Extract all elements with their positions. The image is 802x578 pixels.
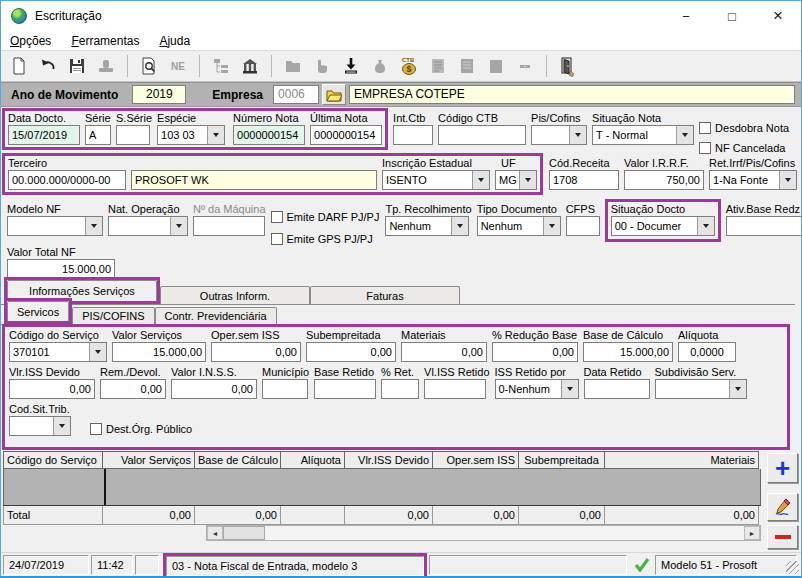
menu-ajuda[interactable]: Ajuda xyxy=(159,34,190,48)
data-docto-field[interactable]: 15/07/2019 xyxy=(8,125,80,145)
vlr-iss-devido-field[interactable]: 0,00 xyxy=(9,379,95,399)
exit-door-icon[interactable] xyxy=(555,53,581,79)
bank-building-icon[interactable] xyxy=(237,53,263,79)
tipo-documento-combobox[interactable]: Nenhum xyxy=(477,216,561,236)
vl-iss-retido-field[interactable] xyxy=(424,379,486,399)
dropdown-arrow-icon[interactable] xyxy=(207,126,224,144)
new-document-icon[interactable] xyxy=(6,53,32,79)
rem-devol-field[interactable]: 0,00 xyxy=(100,379,166,399)
num-maquina-field[interactable] xyxy=(193,216,265,236)
modelo-nf-combobox[interactable] xyxy=(7,216,103,236)
add-row-button[interactable]: + xyxy=(767,453,798,483)
cod-receita-field[interactable]: 1708 xyxy=(549,170,619,190)
dropdown-arrow-icon[interactable] xyxy=(779,171,796,189)
tp-recolhimento-combobox[interactable]: Nenhum xyxy=(385,216,469,236)
maximize-button[interactable]: □ xyxy=(709,1,755,31)
menu-ferramentas[interactable]: Ferramentas xyxy=(71,34,139,48)
oper-sem-iss-field[interactable]: 0,00 xyxy=(211,342,301,362)
scroll-left-icon[interactable]: ◄ xyxy=(207,526,223,540)
company-name-field[interactable]: EMPRESA COTEPE xyxy=(349,85,795,104)
ativ-base-combobox[interactable] xyxy=(726,216,802,236)
valor-servicos-field[interactable]: 15.000,00 xyxy=(112,342,206,362)
terceiro-cnpj-field[interactable]: 00.000.000/0000-00 xyxy=(8,170,126,190)
ctb-coin-icon[interactable]: CTB$ xyxy=(396,53,422,79)
scroll-right-icon[interactable]: ► xyxy=(744,526,760,540)
dropdown-arrow-icon[interactable] xyxy=(569,126,586,144)
dropdown-arrow-icon[interactable] xyxy=(53,417,70,435)
pis-cofins-combobox[interactable] xyxy=(531,125,587,145)
valor-total-field[interactable]: 15.000,00 xyxy=(7,259,115,279)
year-field[interactable]: 2019 xyxy=(132,85,186,104)
especie-combobox[interactable]: 103 03 xyxy=(157,125,225,145)
serie-field[interactable]: A xyxy=(85,125,111,145)
tab-contr-previdenciaria[interactable]: Contr. Previdenciária xyxy=(155,307,277,324)
grid-horizontal-scrollbar[interactable]: ◄ ► xyxy=(206,525,761,541)
pct-ret-field[interactable] xyxy=(381,379,419,399)
base-retido-field[interactable] xyxy=(314,379,376,399)
dropdown-arrow-icon[interactable] xyxy=(89,343,106,361)
tab-pis-cofins[interactable]: PIS/COFINS xyxy=(72,307,154,324)
scrollbar-thumb[interactable] xyxy=(223,526,265,540)
subdivisao-combobox[interactable] xyxy=(655,379,747,399)
tab-servicos[interactable]: Servicos xyxy=(7,301,69,321)
scrollbar-track[interactable] xyxy=(265,526,744,540)
edit-row-button[interactable] xyxy=(767,493,798,521)
import-download-icon[interactable] xyxy=(338,53,364,79)
delete-row-button[interactable] xyxy=(767,525,798,549)
emite-darf-checkbox[interactable] xyxy=(271,211,283,223)
dropdown-arrow-icon[interactable] xyxy=(676,126,693,144)
int-ctb-field[interactable] xyxy=(393,125,433,145)
menu-opcoes[interactable]: Opções xyxy=(10,34,51,48)
codigo-servico-combobox[interactable]: 370101 xyxy=(9,342,107,362)
dropdown-arrow-icon[interactable] xyxy=(451,217,468,235)
dropdown-arrow-icon[interactable] xyxy=(170,217,187,235)
valor-inss-field[interactable]: 0,00 xyxy=(171,379,257,399)
int-ctb-label: Int.Ctb xyxy=(393,112,433,125)
company-code-field[interactable]: 0006 xyxy=(273,85,319,104)
grid-empty-rows[interactable] xyxy=(3,469,761,505)
dropdown-arrow-icon[interactable] xyxy=(85,217,102,235)
s-serie-field[interactable] xyxy=(116,125,150,145)
dropdown-arrow-icon[interactable] xyxy=(519,171,536,189)
dropdown-arrow-icon[interactable] xyxy=(543,217,560,235)
nf-cancelada-checkbox[interactable] xyxy=(699,142,711,154)
aliquota-field[interactable]: 0,0000 xyxy=(678,342,736,362)
minimize-button[interactable]: − xyxy=(663,1,709,31)
desdobra-nota-checkbox[interactable] xyxy=(699,122,711,134)
close-button[interactable]: × xyxy=(755,1,801,31)
print-preview-icon[interactable] xyxy=(136,53,162,79)
open-company-button[interactable] xyxy=(322,84,346,105)
cfps-field[interactable] xyxy=(566,216,600,236)
inscricao-estadual-combobox[interactable]: ISENTO xyxy=(382,170,490,190)
nat-operacao-combobox[interactable] xyxy=(108,216,188,236)
dropdown-arrow-icon[interactable] xyxy=(472,171,489,189)
municipio-field[interactable] xyxy=(262,379,308,399)
numero-nota-field[interactable]: 0000000154 xyxy=(233,125,305,145)
resize-grip[interactable] xyxy=(786,561,799,574)
dropdown-arrow-icon[interactable] xyxy=(561,380,578,398)
dest-org-publico-checkbox[interactable] xyxy=(90,423,102,435)
tab-faturas[interactable]: Faturas xyxy=(310,286,460,304)
tab-outras-inform[interactable]: Outras Inform. xyxy=(160,286,310,304)
uf-combobox[interactable]: MG xyxy=(495,170,537,190)
materiais-field[interactable]: 0,00 xyxy=(401,342,487,362)
valor-irrf-field[interactable]: 750,00 xyxy=(624,170,704,190)
situacao-docto-combobox[interactable]: 00 - Documer xyxy=(611,216,715,236)
base-calculo-field[interactable]: 15.000,00 xyxy=(583,342,673,362)
ret-irrf-combobox[interactable]: 1-Na Fonte xyxy=(709,170,797,190)
iss-retido-por-combobox[interactable]: 0-Nenhum xyxy=(495,379,579,399)
dropdown-arrow-icon[interactable] xyxy=(729,380,746,398)
dropdown-arrow-icon[interactable] xyxy=(697,217,714,235)
situacao-nota-combobox[interactable]: T - Normal xyxy=(592,125,694,145)
codigo-ctb-field[interactable] xyxy=(438,125,526,145)
undo-icon[interactable] xyxy=(35,53,61,79)
terceiro-nome-field[interactable]: PROSOFT WK xyxy=(131,170,377,190)
emite-gps-checkbox[interactable] xyxy=(271,233,283,245)
subempreitada-field[interactable]: 0,00 xyxy=(306,342,396,362)
data-retido-field[interactable] xyxy=(584,379,650,399)
ultima-nota-field[interactable]: 0000000154 xyxy=(310,125,382,145)
reducao-base-field[interactable]: 0,00 xyxy=(492,342,578,362)
save-icon[interactable] xyxy=(64,53,90,79)
grid-total-subempreitada: 0,00 xyxy=(519,506,605,525)
cod-sit-trib-combobox[interactable] xyxy=(9,416,71,436)
